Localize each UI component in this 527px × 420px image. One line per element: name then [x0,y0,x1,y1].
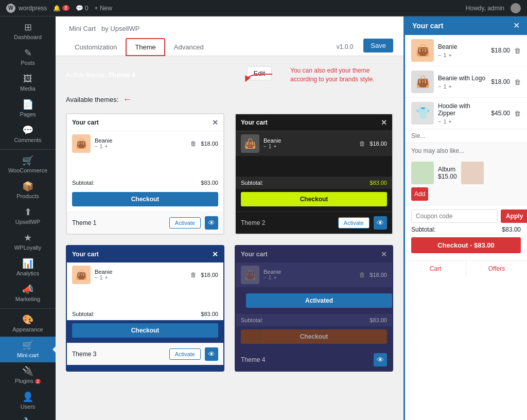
theme4-checkout-btn[interactable]: Checkout [241,329,387,344]
tab-theme[interactable]: Theme [126,38,165,56]
theme3-footer: Theme 3 Activate 👁 [67,343,223,365]
theme1-delete-icon[interactable]: 🗑 [190,140,197,147]
sidebar-item-users[interactable]: 👤 Users [0,388,56,414]
you-may-like-thumb [411,162,434,184]
sidebar-item-tools[interactable]: 🔧 Tools [0,414,56,420]
cart-panel-close-button[interactable]: ✕ [513,22,520,30]
cart-panel-qty-1[interactable]: − 1 + [438,52,487,58]
avatar[interactable] [511,3,521,13]
theme2-delete-icon[interactable]: 🗑 [359,140,365,147]
add-to-cart-button[interactable]: Add [411,187,428,201]
theme3-activate-btn[interactable]: Activate [169,348,201,360]
cart-panel-plus-3[interactable]: + [449,118,452,125]
theme2-activate-btn[interactable]: Activate [338,217,370,229]
theme3-preview-btn[interactable]: 👁 [205,347,218,361]
theme4-qty-minus[interactable]: − [264,275,267,281]
cart-panel-qty-2[interactable]: − 1 + [438,83,487,90]
notification-bell[interactable]: 🔔 8 [53,5,69,12]
main-content: Mini Cart by UpsellWP Customization Them… [56,16,403,420]
sidebar-item-posts[interactable]: ✎ Posts [0,44,56,70]
active-theme-bar: Active theme: Theme 4 Edit [66,66,393,84]
sidebar-item-upsellwp[interactable]: ⬆ UpsellWP [0,203,56,229]
comment-icon[interactable]: 💬 0 [76,5,89,12]
sidebar-item-products[interactable]: 📦 Products [0,178,56,203]
theme3-checkout-btn[interactable]: Checkout [72,323,218,338]
sidebar-item-marketing[interactable]: 📣 Marketing [0,281,56,306]
theme1-preview-btn[interactable]: 👁 [205,216,218,230]
theme1-thumb: 👜 [72,134,91,153]
sidebar-item-media[interactable]: 🖼 Media [0,70,56,96]
cart-panel-delete-2[interactable]: 🗑 [514,78,521,86]
theme1-header: Your cart ✕ [67,114,223,131]
theme1-close-icon[interactable]: ✕ [212,118,218,127]
theme1-qty-minus[interactable]: − [95,144,98,149]
theme2-checkout-btn[interactable]: Checkout [241,192,387,206]
sidebar-item-analytics[interactable]: 📊 Analytics [0,255,56,281]
theme3-delete-icon[interactable]: 🗑 [190,271,197,278]
posts-icon: ✎ [24,48,32,58]
theme3-close-icon[interactable]: ✕ [212,250,218,258]
sidebar-item-wployalty[interactable]: ★ WPLoyalty [0,229,56,255]
save-button[interactable]: Save [363,39,393,52]
theme4-subtotal-value: $83.00 [370,317,387,323]
sidebar-item-plugins[interactable]: 🔌 Plugins 2 [0,362,56,388]
media-icon: 🖼 [23,74,32,83]
sidebar-item-appearance[interactable]: 🎨 Appearance [0,311,56,337]
theme4-preview-btn[interactable]: 👁 [374,353,387,366]
checkout-panel-button[interactable]: Checkout - $83.00 [411,237,521,253]
cart-panel-minus-3[interactable]: − [438,118,441,125]
arrow-icon [244,66,275,82]
cart-panel-plus-2[interactable]: + [449,83,452,90]
cart-panel-delete-3[interactable]: 🗑 [514,110,521,117]
theme4-title: Your cart [241,251,268,258]
theme4-qty-control[interactable]: − 1 + [264,275,355,281]
theme2-header: Your cart ✕ [236,114,392,131]
sidebar-item-mini-cart[interactable]: 🛒 Mini-cart [0,337,56,362]
theme3-qty-plus[interactable]: + [104,275,108,281]
theme2-qty-control[interactable]: − 1 + [264,144,355,149]
theme-card-4: Your cart ✕ 👜 Beanie − 1 + [235,245,393,372]
cart-panel-price-1: $18.00 [491,47,510,54]
theme1-subtotal-label: Subtotal: [72,180,94,186]
theme2-close-icon[interactable]: ✕ [381,118,387,127]
tab-offers[interactable]: Offers [466,261,527,276]
sidebar-item-dashboard[interactable]: ⊞ Dashboard [0,19,56,44]
theme2-qty-minus[interactable]: − [264,144,267,149]
cart-panel-qty-3[interactable]: − 1 + [438,118,487,125]
theme3-qty-minus[interactable]: − [95,275,98,281]
apply-coupon-button[interactable]: Apply [501,209,527,223]
theme3-thumb: 👜 [72,266,91,284]
theme2-preview-btn[interactable]: 👁 [374,216,387,230]
sidebar-item-woocommerce[interactable]: 🛒 WooCommerce [0,152,56,178]
theme2-item-info: Beanie − 1 + [264,137,355,149]
theme3-item: 👜 Beanie − 1 + 🗑 $18.00 [67,262,223,287]
theme1-activate-btn[interactable]: Activate [169,217,201,229]
new-button[interactable]: + New [95,5,112,12]
theme3-subtotal-label: Subtotal: [72,311,94,317]
sidebar-item-comments[interactable]: 💬 Comments [0,121,56,147]
theme1-qty-plus[interactable]: + [104,144,108,149]
cart-panel-plus-1[interactable]: + [449,52,452,58]
cart-truncate: Sie... [405,129,527,143]
sidebar-item-pages[interactable]: 📄 Pages [0,96,56,121]
available-themes-text: Available themes: [66,96,118,103]
theme2-item-price: $18.00 [370,141,387,147]
theme1-item-info: Beanie − 1 + [95,137,186,149]
theme1-qty-control[interactable]: − 1 + [95,144,186,149]
cart-panel-minus-1[interactable]: − [438,52,441,58]
tab-customization[interactable]: Customization [66,39,126,56]
coupon-input[interactable] [411,209,498,223]
theme2-item-name: Beanie [264,137,355,144]
theme4-qty-plus[interactable]: + [273,275,276,281]
tab-advanced[interactable]: Advanced [165,39,213,56]
cart-panel-delete-1[interactable]: 🗑 [514,47,521,55]
theme1-checkout-btn[interactable]: Checkout [72,192,218,206]
you-may-like-item: Album $15.00 [405,159,527,187]
theme2-qty-plus[interactable]: + [273,144,276,149]
wp-logo[interactable]: W wordpress [6,4,47,13]
cart-panel-minus-2[interactable]: − [438,83,441,90]
theme3-qty-control[interactable]: − 1 + [95,275,186,281]
theme4-delete-icon[interactable]: 🗑 [359,271,365,278]
tab-cart[interactable]: Cart [405,261,466,276]
theme4-close-icon[interactable]: ✕ [381,250,387,258]
